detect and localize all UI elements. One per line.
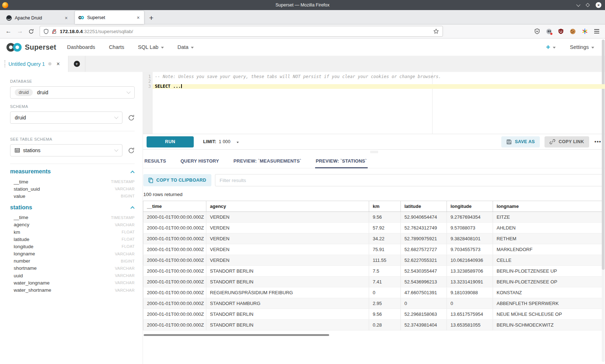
run-button[interactable]: RUN: [147, 136, 194, 147]
column-header[interactable]: agency: [206, 201, 369, 212]
menu-icon[interactable]: [594, 29, 599, 33]
brand-title[interactable]: Superset: [25, 43, 56, 51]
query-tab-close-icon[interactable]: ×: [57, 61, 60, 67]
ublock-icon[interactable]: [558, 28, 564, 34]
window-title: Superset — Mozilla Firefox: [0, 3, 605, 8]
bookmark-star-icon[interactable]: [433, 28, 439, 34]
pane-splitter[interactable]: [143, 150, 605, 154]
table-cell: 10.0621640936: [447, 255, 493, 266]
column-header[interactable]: longitude: [447, 201, 493, 212]
tab-close-icon[interactable]: ×: [136, 15, 141, 21]
add-query-tab-button[interactable]: +: [68, 56, 85, 72]
schema-select[interactable]: druid: [10, 112, 122, 124]
sql-editor[interactable]: 1 2 3 -- Note: Unless you save your quer…: [143, 72, 605, 134]
shield-icon[interactable]: [44, 29, 49, 34]
table-cell: 2000-01-01T00:00:00.000Z: [143, 320, 206, 331]
superset-logo-icon[interactable]: [6, 42, 22, 52]
window-maximize-icon[interactable]: [586, 3, 590, 7]
tab-query-history[interactable]: QUERY HISTORY: [180, 154, 220, 168]
table-cell: 0: [369, 287, 401, 298]
table-row[interactable]: 2000-01-01T00:00:00.000ZSTANDORT BERLIN9…: [143, 309, 603, 320]
clipboard-icon: [148, 178, 153, 183]
settings-menu[interactable]: Settings: [570, 44, 594, 50]
table-cell: 52.5436996213: [401, 277, 447, 287]
table-cell: VERDEN: [206, 255, 369, 266]
table-row[interactable]: 2000-01-01T00:00:00.000ZSTANDORT BERLIN7…: [143, 266, 603, 277]
save-as-button[interactable]: SAVE AS: [501, 136, 540, 147]
colorful-asterisk-icon[interactable]: [582, 28, 588, 34]
window-close-icon[interactable]: ×: [596, 2, 601, 8]
nav-item-dashboards[interactable]: Dashboards: [67, 44, 95, 50]
table-row[interactable]: 2000-01-01T00:00:00.000ZREGIERUNGSPRÄSID…: [143, 287, 603, 298]
table-row[interactable]: 2000-01-01T00:00:00.000ZSTANDORT BERLIN7…: [143, 277, 603, 287]
column-header[interactable]: longname: [493, 201, 603, 212]
table-cell: 13.3238589706: [447, 266, 493, 277]
table-row[interactable]: 2000-01-01T00:00:00.000ZVERDEN34.2252.78…: [143, 233, 603, 244]
column-header[interactable]: __time: [143, 201, 206, 212]
url-input[interactable]: 172.18.0.4:32251/superset/sqllab/: [40, 26, 443, 37]
tab-preview-measurements[interactable]: PREVIEW: `MEASUREMENTS`: [233, 154, 302, 168]
tab-preview-stations[interactable]: PREVIEW: `STATIONS`: [315, 154, 368, 168]
url-text: 172.18.0.4:32251/superset/sqllab/: [60, 29, 133, 34]
back-icon[interactable]: ←: [5, 28, 12, 35]
divider: [10, 131, 135, 131]
table-cell: BERLIN-SCHMOECKWITZ: [493, 320, 603, 331]
schema-table-group: stations __time TIMESTAMP agency VARCHAR…: [10, 204, 135, 294]
filter-results-input[interactable]: [215, 174, 603, 186]
database-select[interactable]: druid druid: [10, 86, 135, 99]
new-tab-button[interactable]: +: [149, 14, 153, 22]
text-cursor: [181, 84, 182, 88]
schema-column-type: VARCHAR: [115, 266, 135, 270]
table-row[interactable]: 2000-01-01T00:00:00.000ZSTANDORT BERLIN0…: [143, 320, 603, 331]
tab-close-icon[interactable]: ×: [64, 15, 69, 21]
table-cell: 52.7890975921: [401, 233, 447, 244]
cookie-icon[interactable]: [570, 29, 575, 34]
refresh-table-icon[interactable]: [128, 147, 135, 154]
browser-tab-superset[interactable]: Superset ×: [75, 11, 144, 24]
column-header[interactable]: km: [369, 201, 401, 212]
browser-tab-label: Superset: [87, 15, 136, 20]
schema-table-name[interactable]: measurements: [10, 168, 51, 175]
table-row[interactable]: 2000-01-01T00:00:00.000ZVERDEN75.9152.68…: [143, 244, 603, 255]
table-row[interactable]: 2000-01-01T00:00:00.000ZVERDEN111.5552.6…: [143, 255, 603, 266]
table-cell: BERLIN-PLOETZENSEE OP: [493, 277, 603, 287]
schema-column-type: VARCHAR: [115, 273, 135, 278]
refresh-schema-icon[interactable]: [128, 114, 135, 121]
reload-icon[interactable]: [28, 29, 34, 34]
table-cell: VERDEN: [206, 223, 369, 233]
nav-item-charts[interactable]: Charts: [109, 44, 124, 50]
column-header[interactable]: latitude: [401, 201, 447, 212]
schema-column-type: FLOAT: [122, 237, 135, 241]
insecure-lock-icon[interactable]: [52, 29, 57, 34]
table-cell: 34.22: [369, 233, 401, 244]
table-row[interactable]: 2000-01-01T00:00:00.000ZSTANDORT HAMBURG…: [143, 298, 603, 309]
table-cell: 52.9040654474: [401, 212, 447, 223]
copy-link-button[interactable]: COPY LINK: [544, 136, 589, 147]
limit-control[interactable]: LIMIT:1 000: [203, 139, 239, 144]
window-minimize-icon[interactable]: [576, 3, 580, 6]
horizontal-scrollbar[interactable]: [144, 334, 329, 336]
query-tab-active[interactable]: Untitled Query 1 ×: [0, 56, 68, 72]
schema-table-name[interactable]: stations: [10, 204, 32, 211]
collapse-icon[interactable]: [130, 170, 134, 174]
table-row[interactable]: 2000-01-01T00:00:00.000ZVERDEN57.9252.76…: [143, 223, 603, 233]
table-select[interactable]: stations: [10, 144, 122, 156]
schema-column-name: latitude: [14, 237, 30, 242]
tab-results[interactable]: RESULTS: [144, 154, 167, 168]
mask-extension-icon[interactable]: [546, 29, 552, 34]
drag-handle-icon[interactable]: [4, 60, 5, 67]
pocket-shield-icon[interactable]: [534, 28, 540, 34]
forward-icon[interactable]: →: [17, 28, 23, 35]
copy-to-clipboard-button[interactable]: COPY TO CLIPBOARD: [143, 174, 211, 186]
table-row[interactable]: 2000-01-01T00:00:00.000ZVERDEN9.5652.904…: [143, 212, 603, 223]
more-options-button[interactable]: •••: [595, 139, 601, 145]
schema-label: SCHEMA: [10, 104, 135, 109]
nav-item-data[interactable]: Data: [178, 44, 194, 50]
nav-item-sql-lab[interactable]: SQL Lab: [138, 44, 164, 50]
table-cell: 2000-01-01T00:00:00.000Z: [143, 233, 206, 244]
add-new-button[interactable]: +: [546, 43, 556, 51]
collapse-icon[interactable]: [130, 206, 134, 210]
browser-tab-apache-druid[interactable]: Apache Druid ×: [3, 12, 72, 24]
table-cell: 0: [447, 298, 493, 309]
table-cell: NEUE MÜHLE SCHLEUSE OP: [493, 309, 603, 320]
